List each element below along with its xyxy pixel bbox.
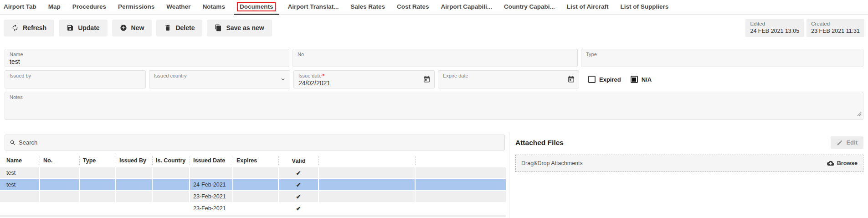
column-header-no[interactable]: No. [40, 156, 80, 165]
save-as-new-button[interactable]: Save as new [207, 20, 272, 36]
column-header-issued-date[interactable]: Issued Date [190, 156, 233, 165]
checkbox-checked-icon[interactable] [631, 76, 638, 83]
tab-list-of-aircraft[interactable]: List of Aircraft [561, 0, 615, 14]
created-label: Created [811, 21, 860, 27]
column-header-spacer [319, 156, 416, 165]
issued-by-field[interactable]: Issued by [5, 70, 146, 88]
dropzone-label: Drag&Drop Attachments [521, 160, 583, 166]
cloud-upload-icon [827, 160, 834, 167]
type-field[interactable]: Type [581, 49, 863, 67]
valid-check-icon: ✔ [279, 179, 319, 190]
search-input[interactable]: Search [5, 135, 505, 151]
status-checkboxes: Expired N/A [588, 76, 652, 83]
no-field-value [298, 57, 573, 66]
tab-map[interactable]: Map [42, 0, 67, 14]
table-row[interactable]: 23-Feb-2021 ✔ [0, 203, 506, 214]
issued-by-field-value [10, 79, 141, 87]
type-field-label: Type [586, 51, 858, 57]
edited-value: 24 FEB 2021 13:05 [750, 27, 799, 35]
issue-date-value: 24/02/2021 [298, 79, 430, 87]
refresh-button[interactable]: Refresh [4, 20, 54, 36]
edited-label: Edited [750, 21, 799, 27]
search-placeholder: Search [19, 139, 37, 146]
valid-check-icon: ✔ [279, 203, 319, 214]
issued-by-field-label: Issued by [10, 73, 141, 79]
na-checkbox[interactable]: N/A [631, 76, 652, 83]
notes-value [10, 100, 858, 109]
name-field[interactable]: Name test [5, 49, 289, 67]
issued-country-select[interactable]: Issued country [149, 70, 290, 88]
attached-files-title: Attached Files [515, 139, 564, 147]
edit-button[interactable]: Edit [831, 136, 863, 149]
update-button[interactable]: Update [59, 20, 107, 36]
edited-meta: Edited 24 FEB 2021 13:05 [745, 19, 804, 37]
resize-handle-icon[interactable] [857, 110, 862, 118]
expired-checkbox-label: Expired [599, 76, 621, 83]
refresh-icon [11, 24, 19, 31]
column-header-expires[interactable]: Expires [233, 156, 279, 165]
expire-date-label: Expire date [443, 73, 574, 79]
expire-date-field[interactable]: Expire date [438, 70, 579, 88]
save-icon [67, 24, 74, 31]
issue-date-label: Issue date [298, 73, 322, 78]
attached-files-panel: Attached Files Edit Drag&Drop Attachment… [509, 132, 868, 218]
tab-documents[interactable]: Documents [231, 0, 282, 14]
tab-procedures[interactable]: Procedures [67, 0, 112, 14]
documents-list-panel: Search Name No. Type Issued By Is. Count… [0, 132, 509, 218]
tab-airport-translation[interactable]: Airport Translat... [282, 0, 344, 14]
tab-country-capabilities[interactable]: Country Capabi... [498, 0, 561, 14]
column-header-name[interactable]: Name [0, 156, 40, 165]
tab-airport-tab[interactable]: Airport Tab [4, 0, 42, 14]
tab-permissions[interactable]: Permissions [112, 0, 160, 14]
issued-country-label: Issued country [154, 73, 285, 79]
tab-cost-rates[interactable]: Cost Rates [391, 0, 435, 14]
table-row-partial [0, 215, 506, 217]
column-header-spacer [416, 156, 506, 165]
search-icon [10, 140, 16, 146]
plus-circle-icon [120, 24, 127, 31]
created-meta: Created 23 FEB 2021 11:31 [806, 19, 864, 37]
tab-notams[interactable]: Notams [196, 0, 231, 14]
column-header-type[interactable]: Type [80, 156, 116, 165]
tab-list-of-suppliers[interactable]: List of Suppliers [615, 0, 675, 14]
column-header-is-country[interactable]: Is. Country [153, 156, 190, 165]
created-value: 23 FEB 2021 11:31 [811, 27, 860, 35]
tab-weather[interactable]: Weather [160, 0, 196, 14]
pencil-icon [837, 140, 843, 146]
trash-icon [164, 24, 171, 31]
column-header-issued-by[interactable]: Issued By [116, 156, 153, 165]
chevron-down-icon[interactable] [280, 76, 286, 83]
tab-sales-rates[interactable]: Sales Rates [344, 0, 391, 14]
tab-airport-capabilities[interactable]: Airport Capabili... [435, 0, 498, 14]
name-field-value: test [10, 57, 284, 66]
no-field[interactable]: No [293, 49, 578, 67]
valid-check-icon: ✔ [279, 191, 319, 202]
table-row[interactable]: test ✔ [0, 167, 506, 178]
issue-date-field[interactable]: Issue date* 24/02/2021 [293, 70, 435, 88]
no-field-label: No [298, 51, 573, 57]
attachment-dropzone[interactable]: Drag&Drop Attachments Browse [515, 155, 863, 172]
table-header: Name No. Type Issued By Is. Country Issu… [0, 154, 506, 167]
new-button[interactable]: New [112, 20, 152, 36]
checkbox-unchecked-icon[interactable] [588, 76, 596, 83]
tab-bar: Airport Tab Map Procedures Permissions W… [0, 0, 868, 15]
notes-textarea[interactable]: Notes [5, 92, 863, 120]
na-checkbox-label: N/A [642, 76, 652, 83]
column-header-valid[interactable]: Valid [279, 156, 319, 165]
valid-check-icon: ✔ [279, 167, 319, 178]
browse-button[interactable]: Browse [827, 160, 858, 167]
expired-checkbox[interactable]: Expired [588, 76, 621, 83]
calendar-icon[interactable] [423, 76, 431, 83]
calendar-icon[interactable] [567, 76, 575, 83]
expire-date-value [443, 79, 574, 87]
record-meta: Edited 24 FEB 2021 13:05 Created 23 FEB … [745, 19, 864, 37]
table-row-selected[interactable]: test 24-Feb-2021 ✔ [0, 179, 506, 190]
name-field-label: Name [10, 51, 284, 57]
notes-label: Notes [10, 94, 858, 100]
delete-button[interactable]: Delete [156, 20, 202, 36]
document-form: Name test No Type Issued by Issued count… [5, 49, 863, 120]
table-row[interactable]: 23-Feb-2021 ✔ [0, 191, 506, 202]
type-field-value [586, 57, 858, 66]
toolbar: Refresh Update New Delete Save as new Ed… [4, 19, 864, 36]
copy-icon [215, 24, 222, 31]
